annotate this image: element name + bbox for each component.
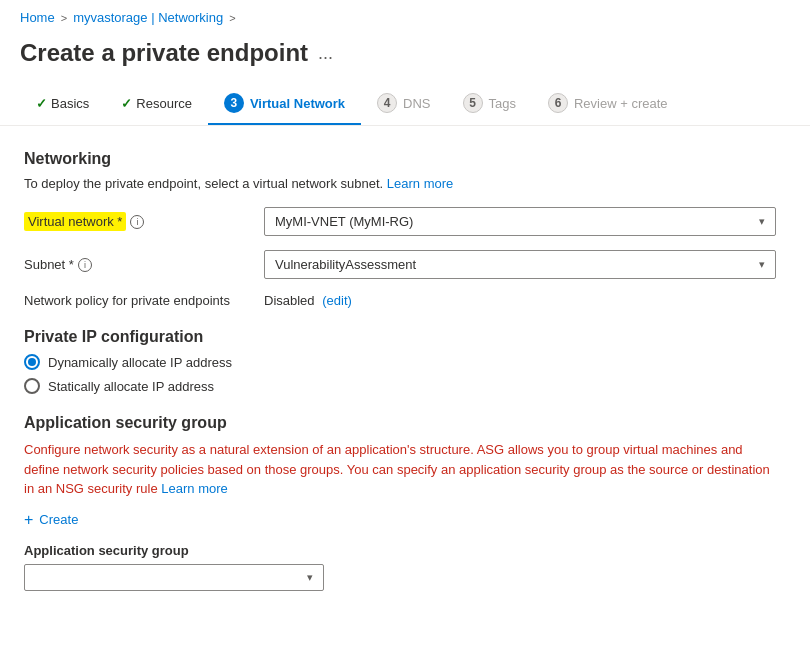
- virtual-network-dropdown[interactable]: MyMI-VNET (MyMI-RG) ▾: [264, 207, 776, 236]
- subnet-control: VulnerabilityAssessment ▾: [264, 250, 776, 279]
- networking-section-title: Networking: [24, 150, 776, 168]
- step-review-create-label: Review + create: [574, 96, 668, 111]
- static-ip-radio-row[interactable]: Statically allocate IP address: [24, 378, 776, 394]
- step-basics-label: Basics: [51, 96, 89, 111]
- networking-learn-more-link[interactable]: Learn more: [387, 176, 453, 191]
- static-ip-radio[interactable]: [24, 378, 40, 394]
- review-step-num: 6: [548, 93, 568, 113]
- tags-step-num: 5: [463, 93, 483, 113]
- step-resource-label: Resource: [136, 96, 192, 111]
- page-options-button[interactable]: ...: [318, 43, 333, 64]
- asg-dropdown-label: Application security group: [24, 543, 776, 558]
- network-policy-value: Disabled: [264, 293, 315, 308]
- main-content: Networking To deploy the private endpoin…: [0, 126, 800, 611]
- asg-section-title: Application security group: [24, 414, 776, 432]
- virtual-network-info-icon[interactable]: i: [130, 215, 144, 229]
- breadcrumb-home[interactable]: Home: [20, 10, 55, 25]
- virtual-network-label-text: Virtual network *: [24, 212, 126, 231]
- page-title: Create a private endpoint: [20, 39, 308, 67]
- network-policy-value-container: Disabled (edit): [264, 293, 352, 308]
- asg-dropdown-arrow: ▾: [307, 571, 313, 584]
- dynamic-ip-radio[interactable]: [24, 354, 40, 370]
- static-ip-label: Statically allocate IP address: [48, 379, 214, 394]
- virtual-network-row: Virtual network * i MyMI-VNET (MyMI-RG) …: [24, 207, 776, 236]
- virtual-network-dropdown-arrow: ▾: [759, 215, 765, 228]
- step-virtual-network-label: Virtual Network: [250, 96, 345, 111]
- breadcrumb-sep2: >: [229, 12, 235, 24]
- networking-description: To deploy the private endpoint, select a…: [24, 176, 776, 191]
- dynamic-ip-radio-fill: [28, 358, 36, 366]
- dns-step-num: 4: [377, 93, 397, 113]
- subnet-dropdown-arrow: ▾: [759, 258, 765, 271]
- subnet-dropdown[interactable]: VulnerabilityAssessment ▾: [264, 250, 776, 279]
- basics-check-icon: ✓: [36, 96, 47, 111]
- asg-learn-more-link[interactable]: Learn more: [161, 481, 227, 496]
- virtual-network-step-num: 3: [224, 93, 244, 113]
- page-header: Create a private endpoint ...: [0, 31, 810, 83]
- resource-check-icon: ✓: [121, 96, 132, 111]
- step-basics[interactable]: ✓ Basics: [20, 86, 105, 123]
- network-policy-edit-link[interactable]: (edit): [322, 293, 352, 308]
- step-review-create[interactable]: 6 Review + create: [532, 83, 684, 125]
- breadcrumb-resource[interactable]: myvastorage | Networking: [73, 10, 223, 25]
- step-tags[interactable]: 5 Tags: [447, 83, 532, 125]
- subnet-value: VulnerabilityAssessment: [275, 257, 416, 272]
- step-tags-label: Tags: [489, 96, 516, 111]
- asg-section: Application security group Configure net…: [24, 414, 776, 591]
- virtual-network-label: Virtual network * i: [24, 212, 264, 231]
- asg-description: Configure network security as a natural …: [24, 440, 776, 499]
- subnet-row: Subnet * i VulnerabilityAssessment ▾: [24, 250, 776, 279]
- virtual-network-control: MyMI-VNET (MyMI-RG) ▾: [264, 207, 776, 236]
- dynamic-ip-label: Dynamically allocate IP address: [48, 355, 232, 370]
- asg-create-button-label: Create: [39, 512, 78, 527]
- step-virtual-network[interactable]: 3 Virtual Network: [208, 83, 361, 125]
- network-policy-row: Network policy for private endpoints Dis…: [24, 293, 776, 308]
- private-ip-section-title: Private IP configuration: [24, 328, 776, 346]
- private-ip-radio-group: Dynamically allocate IP address Statical…: [24, 354, 776, 394]
- asg-dropdown[interactable]: ▾: [24, 564, 324, 591]
- virtual-network-value: MyMI-VNET (MyMI-RG): [275, 214, 413, 229]
- network-policy-label: Network policy for private endpoints: [24, 293, 264, 308]
- create-plus-icon: +: [24, 511, 33, 529]
- subnet-label-text: Subnet *: [24, 257, 74, 272]
- step-dns[interactable]: 4 DNS: [361, 83, 446, 125]
- wizard-steps: ✓ Basics ✓ Resource 3 Virtual Network 4 …: [0, 83, 810, 126]
- breadcrumb: Home > myvastorage | Networking >: [0, 0, 810, 31]
- subnet-label: Subnet * i: [24, 257, 264, 272]
- breadcrumb-sep1: >: [61, 12, 67, 24]
- asg-create-button[interactable]: + Create: [24, 511, 78, 529]
- subnet-info-icon[interactable]: i: [78, 258, 92, 272]
- dynamic-ip-radio-row[interactable]: Dynamically allocate IP address: [24, 354, 776, 370]
- step-dns-label: DNS: [403, 96, 430, 111]
- step-resource[interactable]: ✓ Resource: [105, 86, 208, 123]
